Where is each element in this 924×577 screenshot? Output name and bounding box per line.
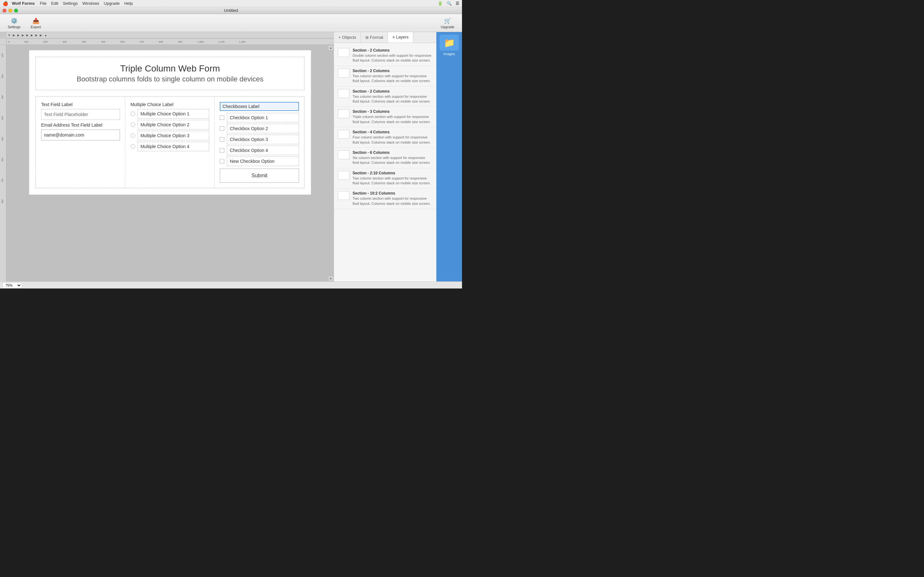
form-subtitle: Bootstrap columns folds to single column… [42, 75, 298, 83]
tab-objects[interactable]: + Objects [334, 32, 361, 43]
radio-label-3[interactable]: Multiple Choice Option 3 [137, 131, 210, 140]
scroll-up-button[interactable]: ▲ [328, 45, 334, 51]
tab-format[interactable]: ⊞ Format [361, 32, 388, 43]
svg-text:0: 0 [8, 40, 10, 43]
window-title: Untitled [224, 8, 238, 13]
layer-text-5: Section - 4 Columns Four column section … [352, 130, 433, 145]
upgrade-icon: 🛒 [444, 17, 451, 24]
menu-upgrade[interactable]: Upgrade [103, 1, 120, 6]
checkbox-label-5[interactable]: New Checkbox Option [227, 156, 299, 166]
export-button[interactable]: 📤 Export [28, 16, 44, 30]
layer-item-1[interactable]: Section - 2 Columns Double column sectio… [334, 45, 436, 66]
filter-icon-5: ▶ [26, 34, 29, 37]
filter-icon-4: ▶ [22, 34, 24, 37]
battery-icon: 🔋 [438, 1, 443, 6]
export-label: Export [31, 25, 41, 29]
menu-file[interactable]: File [40, 1, 47, 6]
radio-label-1[interactable]: Multiple Choice Option 1 [137, 109, 210, 119]
plus-icon: + [338, 35, 341, 40]
layer-item-2[interactable]: Section - 2 Columns Two column section w… [334, 66, 436, 87]
svg-text:600: 600 [1, 158, 3, 161]
filter-icon-2: ▶ [13, 34, 15, 37]
panel-tabs: + Objects ⊞ Format ≡ Layers [334, 32, 436, 43]
checkbox-label-4[interactable]: Checkbox Option 4 [227, 145, 299, 155]
app-name[interactable]: Wolf Forms [12, 1, 35, 6]
checkbox-2[interactable] [220, 126, 224, 131]
text-field-label: Text Field Label [41, 102, 120, 107]
scroll-down-button[interactable]: ▼ [328, 276, 334, 282]
form-col-1: Text Field Label Text Field Placeholder … [36, 97, 126, 188]
radio-button-1[interactable] [131, 111, 135, 116]
canvas-scroll[interactable]: ▲ ▼ Triple Column Web Form Bootstrap col… [6, 45, 334, 282]
layer-item-8[interactable]: Section - 10:2 Columns Two column sectio… [334, 189, 436, 209]
layer-title-5: Section - 4 Columns [352, 130, 433, 134]
menu-settings[interactable]: Settings [63, 1, 78, 6]
settings-icon: ⚙️ [11, 17, 18, 24]
toolbar-right: 🛒 Upgrade [438, 16, 457, 30]
menu-icon[interactable]: ☰ [456, 1, 459, 6]
checkbox-label-3[interactable]: Checkbox Option 3 [227, 135, 299, 144]
checkbox-label-2[interactable]: Checkbox Option 2 [227, 124, 299, 133]
checkbox-1[interactable] [220, 115, 224, 120]
layer-desc-3: Two column section with support for resp… [352, 94, 433, 104]
menu-help[interactable]: Help [124, 1, 133, 6]
layer-item-6[interactable]: Section - 6 Columns Six column section w… [334, 148, 436, 168]
checkbox-option-3: Checkbox Option 3 [220, 135, 299, 144]
tab-layers[interactable]: ≡ Layers [388, 32, 413, 43]
col-icon-6 [342, 152, 345, 158]
layer-item-5[interactable]: Section - 4 Columns Four column section … [334, 127, 436, 148]
settings-button[interactable]: ⚙️ Settings [5, 16, 23, 30]
layer-title-4: Section - 3 Columns [352, 109, 433, 114]
radio-option-2: Multiple Choice Option 2 [131, 120, 210, 129]
layer-text-1: Section - 2 Columns Double column sectio… [352, 48, 433, 63]
main-layout: ▼ ▶ ▶ ▶ ▶ ▶ ▶ ▶ ▲ 0 [0, 32, 462, 282]
radio-button-3[interactable] [131, 133, 135, 138]
radio-button-2[interactable] [131, 122, 135, 127]
col-icon-8 [343, 192, 344, 199]
layer-title-2: Section - 2 Columns [352, 69, 433, 73]
menu-windows[interactable]: Windows [82, 1, 99, 6]
svg-text:500: 500 [1, 137, 3, 141]
layer-desc-7: Two column section with support for resp… [352, 176, 433, 186]
radio-label-2[interactable]: Multiple Choice Option 2 [137, 120, 210, 129]
filter-icon-3: ▶ [17, 34, 19, 37]
images-label: Images [443, 52, 455, 56]
svg-text:500: 500 [101, 40, 105, 43]
filter-icon-6: ▶ [31, 34, 33, 37]
tab-objects-label: Objects [342, 35, 356, 40]
menu-edit[interactable]: Edit [51, 1, 58, 6]
layer-item-3[interactable]: Section - 2 Columns Two column section w… [334, 87, 436, 107]
close-button[interactable] [3, 9, 6, 13]
canvas-content-row: 100 200 300 400 500 600 700 800 ▲ [0, 45, 334, 282]
radio-option-4: Multiple Choice Option 4 [131, 142, 210, 151]
scroll-down-icon: ▼ [330, 277, 332, 280]
scroll-up-icon: ▲ [330, 47, 332, 49]
folder-icon: 📁 [444, 37, 455, 48]
layer-title-3: Section - 2 Columns [352, 89, 433, 93]
layer-item-4[interactable]: Section - 3 Columns Triple column sectio… [334, 107, 436, 127]
checkbox-4[interactable] [220, 148, 224, 153]
title-bar: Untitled [0, 7, 462, 14]
zoom-select[interactable]: 75% 50% 100% 125% [3, 282, 22, 288]
layer-text-3: Section - 2 Columns Two column section w… [352, 89, 433, 104]
svg-text:100: 100 [1, 53, 3, 57]
radio-label-4[interactable]: Multiple Choice Option 4 [137, 142, 210, 151]
ruler-v-svg: 100 200 300 400 500 600 700 800 [0, 45, 6, 269]
checkbox-label-1[interactable]: Checkbox Option 1 [227, 113, 299, 122]
radio-button-4[interactable] [131, 144, 135, 149]
submit-button[interactable]: Submit [220, 169, 299, 183]
filter-icon-8: ▶ [40, 34, 42, 37]
email-field-input[interactable]: name@domain.com [41, 129, 120, 140]
maximize-button[interactable] [14, 9, 18, 13]
export-icon: 📤 [32, 17, 39, 24]
checkbox-5[interactable] [220, 159, 224, 163]
upgrade-button[interactable]: 🛒 Upgrade [438, 16, 457, 30]
menu-bar: 🍎 Wolf Forms File Edit Settings Windows … [0, 0, 462, 7]
minimize-button[interactable] [8, 9, 12, 13]
checkbox-3[interactable] [220, 137, 224, 142]
search-icon[interactable]: 🔍 [447, 1, 452, 6]
apple-menu[interactable]: 🍎 [3, 1, 8, 6]
text-field-input[interactable]: Text Field Placeholder [41, 109, 120, 120]
layer-item-7[interactable]: Section - 2:10 Columns Two column sectio… [334, 168, 436, 189]
images-folder-icon[interactable]: 📁 [439, 35, 459, 51]
